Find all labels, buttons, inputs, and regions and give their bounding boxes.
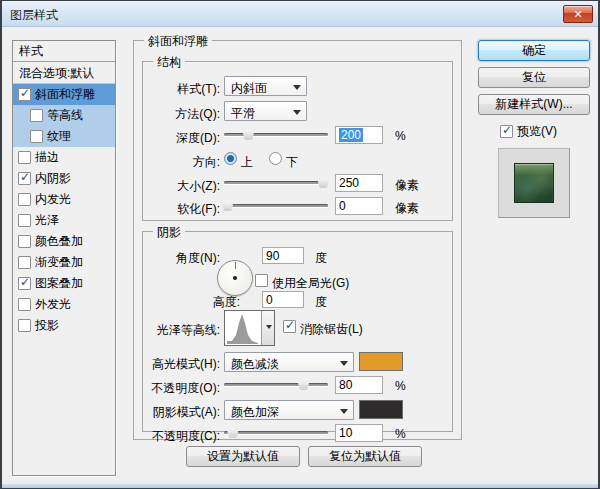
close-button[interactable]: ✕ [563,5,593,23]
sidebar-item[interactable]: 光泽 [13,210,115,231]
angle-dial[interactable] [217,260,253,296]
ok-button[interactable]: 确定 [478,40,590,61]
anti-alias-checkbox[interactable] [283,320,296,333]
reset-default-button[interactable]: 复位为默认值 [308,446,422,467]
sidebar-item[interactable]: 等高线 [13,105,115,126]
structure-legend: 结构 [153,54,185,71]
soften-unit: 像素 [395,200,419,217]
size-label: 大小(Z): [143,178,220,195]
slider-thumb[interactable] [222,200,233,211]
highlight-opacity-input[interactable]: 80 [335,376,383,394]
soften-input[interactable]: 0 [335,197,383,215]
shadow-opacity-input[interactable]: 10 [335,424,383,442]
checkbox-icon[interactable] [18,319,31,332]
slider-thumb[interactable] [318,177,329,188]
checkbox-icon[interactable] [18,235,31,248]
preview-checkbox[interactable] [500,125,513,138]
preview-label: 预览(V) [517,123,557,140]
slider-track[interactable] [224,204,328,207]
checkbox-icon[interactable] [18,277,31,290]
depth-slider[interactable] [224,128,328,140]
technique-label: 方法(Q): [143,106,220,123]
global-light-checkbox[interactable] [255,274,268,287]
highlight-mode-label: 高光模式(H): [143,356,220,373]
checkbox-icon[interactable] [18,214,31,227]
direction-label: 方向: [143,154,220,171]
checkbox-icon[interactable] [18,193,31,206]
style-dropdown[interactable]: 内斜面 [224,76,307,96]
shadow-color-swatch[interactable] [359,400,403,419]
shadow-opacity-slider[interactable] [224,426,328,438]
slider-track[interactable] [224,181,328,184]
sidebar-item-label: 投影 [35,317,59,334]
checkbox-icon[interactable] [18,88,31,101]
sidebar-item-blending-options[interactable]: 混合选项:默认 [13,62,115,84]
sidebar-item[interactable]: 图案叠加 [13,273,115,294]
chevron-down-icon [293,110,301,115]
angle-value: 90 [266,249,279,263]
new-style-button[interactable]: 新建样式(W)... [478,94,590,115]
altitude-input[interactable]: 0 [262,291,304,308]
shading-legend: 阴影 [153,224,185,241]
checkbox-icon[interactable] [18,298,31,311]
shadow-mode-dropdown[interactable]: 颜色加深 [224,400,354,420]
sidebar-item-label: 内阴影 [35,170,71,187]
slider-thumb[interactable] [227,427,238,438]
sidebar-item-label: 斜面和浮雕 [35,86,95,103]
sidebar-item[interactable]: 外发光 [13,294,115,315]
soften-slider[interactable] [224,199,328,211]
slider-thumb[interactable] [243,129,254,140]
sidebar-item[interactable]: 投影 [13,315,115,336]
sidebar-item[interactable]: 颜色叠加 [13,231,115,252]
highlight-mode-dropdown[interactable]: 颜色减淡 [224,352,354,372]
soften-label: 软化(F): [143,201,220,218]
style-label: 样式(T): [143,81,220,98]
highlight-color-swatch[interactable] [359,352,403,371]
sidebar-item-label: 等高线 [47,107,83,124]
slider-track[interactable] [224,431,328,434]
layer-style-dialog: 图层样式 ✕ 样式 混合选项:默认 斜面和浮雕等高线纹理描边内阴影内发光光泽颜色… [0,0,600,489]
shadow-opacity-label: 不透明度(C): [143,428,220,445]
titlebar[interactable]: 图层样式 ✕ [2,1,598,27]
sidebar-header-styles[interactable]: 样式 [13,41,115,62]
angle-input[interactable]: 90 [262,247,304,264]
anti-alias-label: 消除锯齿(L) [300,321,363,338]
contour-thumbnail-icon [225,311,261,345]
gloss-contour-picker[interactable] [224,310,275,346]
set-default-button[interactable]: 设置为默认值 [186,446,300,467]
sidebar-item[interactable]: 纹理 [13,126,115,147]
slider-track[interactable] [224,383,328,386]
direction-up-radio[interactable] [224,152,237,165]
shadow-opacity-value: 10 [339,426,352,440]
highlight-opacity-value: 80 [339,378,352,392]
checkbox-icon[interactable] [30,109,43,122]
technique-dropdown[interactable]: 平滑 [224,101,307,121]
highlight-opacity-slider[interactable] [224,378,328,390]
sidebar-item[interactable]: 内阴影 [13,168,115,189]
style-dropdown-value: 内斜面 [231,80,267,97]
checkbox-icon[interactable] [18,151,31,164]
direction-down-radio[interactable] [269,152,282,165]
sidebar-item[interactable]: 渐变叠加 [13,252,115,273]
size-input[interactable]: 250 [335,174,383,192]
style-preview-thumbnail [498,148,570,218]
sidebar-item[interactable]: 内发光 [13,189,115,210]
highlight-opacity-label: 不透明度(O): [143,380,220,397]
depth-input[interactable]: 200 [335,126,383,144]
size-unit: 像素 [395,177,419,194]
sidebar-item[interactable]: 斜面和浮雕 [13,84,115,105]
checkbox-icon[interactable] [18,256,31,269]
slider-thumb[interactable] [298,379,309,390]
sidebar-item[interactable]: 描边 [13,147,115,168]
checkbox-icon[interactable] [30,130,43,143]
checkbox-icon[interactable] [18,172,31,185]
reset-button[interactable]: 复位 [478,67,590,88]
chevron-down-icon [266,325,272,329]
shadow-mode-value: 颜色加深 [231,404,279,421]
shading-group: 阴影 角度(N): 90 度 使用全局光(G) 高度: 0 度 光泽等高线: [142,231,453,432]
contour-dropdown-button[interactable] [261,311,274,345]
size-slider[interactable] [224,176,328,188]
action-column: 确定 复位 新建样式(W)... 预览(V) [478,40,590,218]
slider-track[interactable] [224,133,328,136]
altitude-unit: 度 [315,294,327,311]
